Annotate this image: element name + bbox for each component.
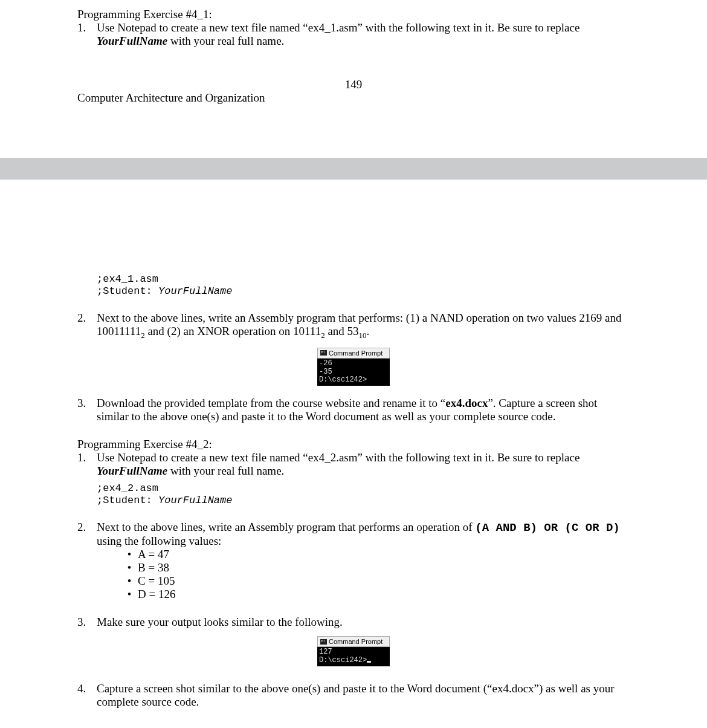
page-1-content: Programming Exercise #4_1: 1. Use Notepa… bbox=[0, 0, 707, 123]
page-2-content: ;ex4_1.asm ;Student: YourFullName 2. Nex… bbox=[0, 265, 707, 727]
code-line: ;ex4_1.asm bbox=[97, 273, 630, 285]
cmd-line: -26 bbox=[319, 360, 388, 368]
command-prompt-1: Command Prompt -26 -35 D:\csci242> bbox=[317, 348, 390, 386]
cmd-icon bbox=[320, 639, 327, 645]
page-number: 149 bbox=[77, 78, 630, 91]
code-block-2: ;ex4_2.asm ;Student: YourFullName bbox=[97, 483, 630, 506]
code-line: ;Student: YourFullName bbox=[97, 495, 630, 507]
list-text: Make sure your output looks similar to t… bbox=[97, 616, 630, 629]
bullet-list: •A = 47 •B = 38 •C = 105 •D = 126 bbox=[121, 548, 630, 601]
code-block-1: ;ex4_1.asm ;Student: YourFullName bbox=[97, 273, 630, 297]
ex2-item1: 1. Use Notepad to create a new text file… bbox=[77, 451, 630, 478]
bullet-dot: • bbox=[121, 588, 138, 601]
item1-pre: Use Notepad to create a new text file na… bbox=[97, 21, 579, 34]
item1-var: YourFullName bbox=[97, 464, 167, 477]
code-var: YourFullName bbox=[158, 495, 232, 506]
bullet-item: •C = 105 bbox=[121, 574, 630, 588]
list-number: 2. bbox=[77, 311, 97, 340]
code-line: ;Student: YourFullName bbox=[97, 285, 630, 297]
ex1-item3: 3. Download the provided template from t… bbox=[77, 397, 630, 423]
list-text: Next to the above lines, write an Assemb… bbox=[97, 521, 630, 601]
cmd-title-text: Command Prompt bbox=[329, 349, 383, 357]
ex1-item1: 1. Use Notepad to create a new text file… bbox=[77, 21, 630, 48]
bullet-dot: • bbox=[121, 548, 138, 561]
bold-filename: ex4.docx bbox=[445, 397, 488, 409]
cmd-icon bbox=[320, 350, 327, 356]
list-number: 4. bbox=[77, 682, 97, 709]
cmd-titlebar: Command Prompt bbox=[317, 636, 390, 647]
bullet-item: •B = 38 bbox=[121, 561, 630, 574]
cmd-line: -35 bbox=[319, 368, 388, 377]
cmd-prompt: D:\csci242> bbox=[319, 376, 388, 385]
list-number: 1. bbox=[77, 21, 97, 48]
exercise-1-title: Programming Exercise #4_1: bbox=[77, 8, 630, 21]
cmd-titlebar: Command Prompt bbox=[317, 348, 390, 359]
bullet-item: •A = 47 bbox=[121, 548, 630, 561]
cmd-body: 127 D:\csci242> bbox=[317, 647, 390, 666]
list-text: Download the provided template from the … bbox=[97, 397, 630, 423]
list-number: 2. bbox=[77, 521, 97, 601]
list-text: Use Notepad to create a new text file na… bbox=[97, 21, 630, 48]
ex1-item2: 2. Next to the above lines, write an Ass… bbox=[77, 311, 630, 340]
item1-var: YourFullName bbox=[97, 34, 167, 47]
bullet-item: •D = 126 bbox=[121, 588, 630, 601]
exercise-2-title: Programming Exercise #4_2: bbox=[77, 438, 630, 451]
list-number: 1. bbox=[77, 451, 97, 478]
item1-post: with your real full name. bbox=[167, 34, 284, 47]
bullet-dot: • bbox=[121, 561, 138, 574]
code-line: ;ex4_2.asm bbox=[97, 483, 630, 495]
ex2-item3: 3. Make sure your output looks similar t… bbox=[77, 616, 630, 629]
page-footer: Computer Architecture and Organization bbox=[77, 91, 630, 105]
cmd-line: 127 bbox=[319, 648, 388, 657]
code-var: YourFullName bbox=[158, 285, 232, 297]
command-prompt-2: Command Prompt 127 D:\csci242> bbox=[317, 636, 390, 666]
list-text: Next to the above lines, write an Assemb… bbox=[97, 311, 630, 340]
page-break bbox=[0, 158, 707, 180]
bullet-dot: • bbox=[121, 574, 138, 588]
list-text: Use Notepad to create a new text file na… bbox=[97, 451, 630, 478]
logic-expr: (A AND B) OR (C OR D) bbox=[475, 521, 619, 535]
ex2-item4: 4. Capture a screen shot similar to the … bbox=[77, 682, 630, 709]
list-number: 3. bbox=[77, 397, 97, 423]
cmd-prompt: D:\csci242> bbox=[319, 657, 388, 665]
list-number: 3. bbox=[77, 616, 97, 629]
ex2-item2: 2. Next to the above lines, write an Ass… bbox=[77, 521, 630, 601]
list-text: Capture a screen shot similar to the abo… bbox=[97, 682, 630, 709]
cmd-body: -26 -35 D:\csci242> bbox=[317, 359, 390, 386]
cmd-title-text: Command Prompt bbox=[329, 638, 383, 645]
cursor-icon bbox=[367, 661, 371, 663]
